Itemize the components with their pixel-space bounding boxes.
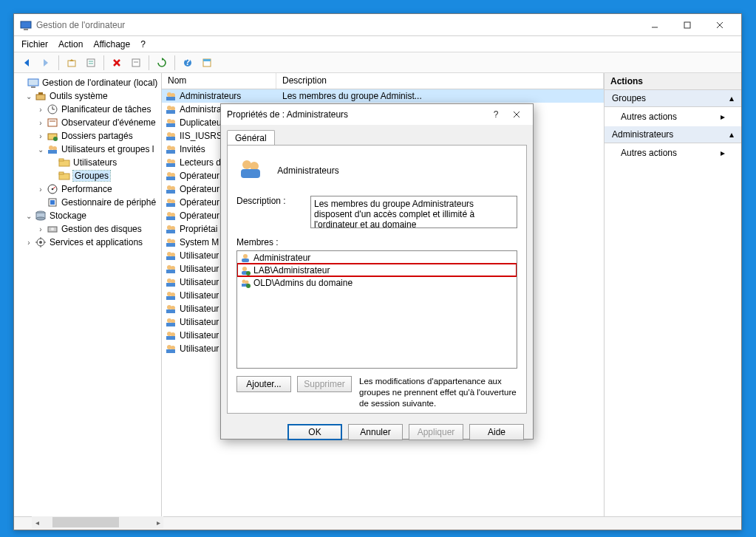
ok-button[interactable]: OK [287,424,342,440]
actions-item-autres-admin[interactable]: Autres actions ▸ [605,143,741,163]
expand-icon[interactable]: · [48,159,57,167]
menu-fichier[interactable]: Fichier [21,39,48,49]
expand-icon[interactable]: · [17,79,26,87]
tree-item[interactable]: ›Planificateur de tâches [14,103,161,116]
tabstrip: Général [221,125,533,145]
group-icon [165,90,177,102]
scroll-thumb[interactable] [52,517,119,527]
svg-rect-8 [68,61,75,66]
member-item[interactable]: LAB\Administrateur [237,264,517,276]
apply-button[interactable]: Appliquer [409,424,463,440]
svg-rect-23 [31,86,35,88]
svg-rect-94 [166,256,175,260]
tree-item[interactable]: ·Utilisateurs [14,156,161,169]
scroll-right-icon[interactable]: ▸ [153,517,163,527]
group-name: Administrateurs [277,165,338,176]
expand-icon[interactable]: › [36,119,45,127]
help-button[interactable]: Aide [469,424,524,440]
remove-button[interactable]: Supprimer [297,376,352,392]
menu-affichage[interactable]: Affichage [93,39,130,49]
refresh-button[interactable] [154,55,170,71]
share-icon [47,130,58,142]
dialog-close-button[interactable] [506,106,527,123]
expand-icon[interactable]: › [36,132,45,140]
description-label: Description : [236,196,310,228]
expand-icon[interactable]: ⌄ [24,212,33,220]
description-field[interactable]: Les membres du groupe Administrateurs di… [310,196,517,228]
tree-item[interactable]: ›Services et applications [14,236,161,249]
svg-rect-67 [166,137,175,140]
delete-button[interactable] [109,55,125,71]
actions-item-label: Autres actions [621,148,677,158]
actions-item-autres-groupes[interactable]: Autres actions ▸ [605,107,741,126]
back-button[interactable] [18,55,35,71]
view-toggle-button[interactable] [199,55,215,71]
group-icon [238,156,263,181]
col-name[interactable]: Nom [162,73,276,89]
col-description[interactable]: Description [276,73,604,89]
svg-point-74 [167,172,171,177]
perf-icon [47,183,58,195]
tree-item[interactable]: ·Groupes [14,169,161,182]
forward-button[interactable] [38,55,54,71]
expand-icon[interactable]: › [36,185,45,194]
storage-icon [35,210,47,222]
close-button[interactable] [704,16,735,35]
action-button[interactable] [128,55,144,71]
cancel-button[interactable]: Annuler [348,424,403,440]
tree-hscrollbar[interactable]: ◂ ▸ [32,516,163,528]
tree-item[interactable]: ·Gestion de l'ordinateur (local) [14,76,161,89]
tree-item[interactable]: ·Gestionnaire de périphé [14,196,161,209]
svg-rect-91 [166,243,175,247]
tab-general[interactable]: Général [227,130,275,146]
svg-point-65 [167,132,171,137]
minimize-button[interactable] [639,16,670,35]
expand-icon[interactable]: ⌄ [24,92,33,100]
tree-item[interactable]: ⌄Stockage [14,209,161,222]
svg-rect-37 [59,159,64,161]
svg-text:?: ? [185,58,190,67]
navigation-tree[interactable]: ·Gestion de l'ordinateur (local)⌄Outils … [14,73,162,516]
svg-rect-103 [166,296,175,300]
expand-icon[interactable]: · [36,199,45,207]
expand-icon[interactable]: ⌄ [36,146,45,154]
menu-help[interactable]: ? [140,39,146,49]
list-item-desc: Les membres du groupe Administ... [282,91,604,101]
group-icon [165,236,177,248]
tree-item[interactable]: ⌄Outils système [14,89,161,103]
expand-icon[interactable]: › [36,106,45,114]
properties-button[interactable] [83,55,99,71]
members-label: Membres : [236,237,517,247]
tree-item[interactable]: ›Performance [14,182,161,196]
svg-point-49 [51,228,54,230]
tree-item[interactable]: ›Gestion des disques [14,222,161,236]
scroll-left-icon[interactable]: ◂ [32,517,42,527]
tree-item[interactable]: ⌄Utilisateurs et groupes l [14,143,161,156]
svg-rect-58 [166,97,175,100]
window-title: Gestion de l'ordinateur [36,20,639,30]
maximize-button[interactable] [672,16,703,35]
actions-section-administrateurs[interactable]: Administrateurs ▴ [605,126,741,143]
members-list[interactable]: AdministrateurLAB\AdministrateurOLD\Admi… [236,250,517,369]
member-item[interactable]: OLD\Admins du domaine [237,276,517,289]
app-icon [20,19,32,31]
dialog-titlebar: Propriétés de : Administrateurs ? [221,104,533,125]
add-button[interactable]: Ajouter... [236,376,291,392]
help-button[interactable]: ? [180,55,196,71]
svg-point-125 [246,271,251,276]
services-icon [35,236,47,248]
user-icon [240,253,251,263]
member-item[interactable]: Administrateur [237,251,517,264]
expand-icon[interactable]: › [36,225,45,233]
group-icon [165,303,177,315]
up-button[interactable] [64,55,80,71]
actions-section-groupes[interactable]: Groupes ▴ [605,90,741,107]
menu-action[interactable]: Action [58,39,83,49]
tree-item[interactable]: ›Observateur d'événeme [14,116,161,129]
list-item[interactable]: AdministrateursLes membres du groupe Adm… [162,89,604,103]
expand-icon[interactable]: · [48,172,57,180]
group-icon [165,329,177,341]
dialog-help-button[interactable]: ? [486,106,506,123]
tree-item[interactable]: ›Dossiers partagés [14,129,161,143]
expand-icon[interactable]: › [24,239,33,247]
